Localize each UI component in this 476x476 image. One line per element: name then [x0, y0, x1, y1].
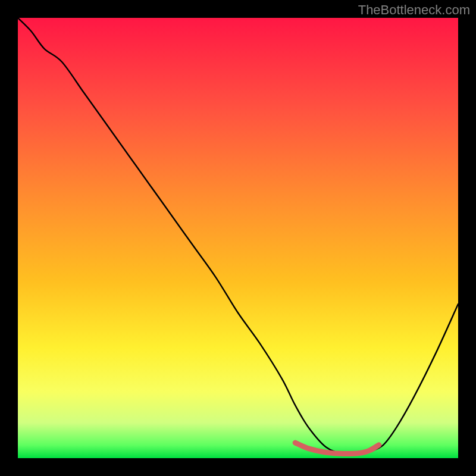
watermark-text: TheBottleneck.com [358, 2, 470, 18]
bottleneck-chart: TheBottleneck.com [0, 0, 476, 476]
plot-area [18, 18, 458, 458]
curve-layer [18, 18, 458, 458]
bottleneck-curve-path [18, 18, 458, 455]
optimal-zone-path [295, 443, 379, 454]
